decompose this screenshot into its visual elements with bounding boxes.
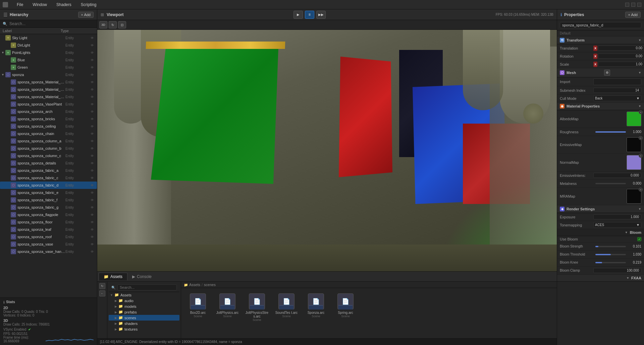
mesh-settings-button[interactable]: ⚙ — [604, 70, 610, 76]
folder-tree-item[interactable]: ▶ 📁 models — [109, 303, 179, 309]
menu-shaders[interactable]: Shaders — [54, 2, 73, 8]
hierarchy-vis[interactable]: 👁 — [89, 80, 96, 84]
folder-tree-item[interactable]: ▼ 📁 Assets — [109, 292, 179, 298]
viewport-fit-btn[interactable]: ⊡ — [118, 21, 126, 28]
hierarchy-vis[interactable]: 👁 — [89, 58, 96, 62]
hierarchy-item[interactable]: ⬡ sponza_sponza_VasePlant Entity 👁 — [0, 100, 97, 108]
tab-console[interactable]: ▶ Console — [127, 273, 156, 280]
folder-tree-item[interactable]: ▶ 📁 audio — [109, 298, 179, 303]
normal-remove-btn[interactable]: × — [639, 154, 643, 158]
breadcrumb-root[interactable]: Assets — [189, 283, 200, 287]
metalness-slider[interactable] — [595, 183, 626, 184]
mesh-section-header[interactable]: ⬡ Mesh ⚙ ▼ — [557, 68, 644, 77]
render-settings-header[interactable]: ◈ Render Settings ▼ — [557, 205, 644, 213]
hierarchy-item[interactable]: ⬡ sponza_sponza_bricks Entity 👁 — [0, 115, 97, 123]
mra-remove-btn[interactable]: × — [639, 188, 643, 192]
hierarchy-vis[interactable]: 👁 — [89, 161, 96, 165]
assets-back-btn[interactable]: ← — [99, 290, 105, 296]
asset-item[interactable]: 📄 Spring.arc Scene — [332, 291, 359, 323]
hierarchy-item[interactable]: ⬡ sponza_sponza_leaf Entity 👁 — [0, 226, 97, 233]
sx-input[interactable] — [598, 62, 644, 67]
hierarchy-item[interactable]: ⬡ sponza_sponza_column_a Entity 👁 — [0, 137, 97, 145]
transform-section-header[interactable]: ⟲ Transform ▼ — [557, 37, 644, 44]
hierarchy-item[interactable]: ⬡ sponza_sponza_fabric_d Entity 👁 — [0, 182, 97, 189]
breadcrumb-scenes[interactable]: scenes — [204, 283, 216, 287]
hierarchy-item[interactable]: ⬡ sponza_sponza_fabric_e Entity 👁 — [0, 189, 97, 196]
hierarchy-item[interactable]: ⬡ sponza_sponza_column_c Entity 👁 — [0, 152, 97, 159]
hierarchy-item[interactable]: ▼ ● PointLights Entity 👁 — [0, 49, 97, 56]
hierarchy-item[interactable]: ⬡ sponza_sponza_chain Entity 👁 — [0, 130, 97, 137]
fxaa-section-header[interactable]: ▼ FXAA — [557, 275, 644, 282]
hierarchy-vis[interactable]: 👁 — [89, 250, 96, 254]
hierarchy-add-button[interactable]: + Add — [78, 12, 94, 18]
hierarchy-vis[interactable]: 👁 — [89, 206, 96, 209]
emissive-remove-btn[interactable]: × — [639, 136, 643, 140]
hierarchy-item[interactable]: ● Green Entity 👁 — [0, 64, 97, 71]
asset-item[interactable]: 📄 Box2D.arc Scene — [184, 291, 211, 323]
hierarchy-vis[interactable]: 👁 — [89, 110, 96, 114]
albedo-texture-slot[interactable]: × — [627, 112, 641, 126]
hierarchy-item[interactable]: ⬡ sponza_sponza_vase Entity 👁 — [0, 240, 97, 248]
hierarchy-item[interactable]: ⬡ sponza_sponza_floor Entity 👁 — [0, 218, 97, 226]
folder-tree-item[interactable]: ▶ 📁 shaders — [109, 321, 179, 326]
properties-add-button[interactable]: + Add — [625, 12, 641, 18]
submesh-input[interactable] — [593, 88, 641, 93]
asset-item[interactable]: 📄 JoltPhysicsStres.arc Scene — [244, 291, 270, 323]
hierarchy-vis[interactable]: 👁 — [89, 198, 96, 202]
viewport-canvas[interactable] — [97, 30, 557, 271]
hierarchy-item[interactable]: ⬡ sponza_sponza_ceiling Entity 👁 — [0, 123, 97, 130]
normal-texture-slot[interactable]: × — [627, 155, 641, 170]
exposure-input[interactable] — [593, 214, 641, 219]
hierarchy-item[interactable]: ⬡ sponza_sponza_fabric_g Entity 👁 — [0, 204, 97, 211]
pause-button[interactable]: ⏸ — [305, 11, 314, 19]
tab-assets[interactable]: 📁 Assets — [99, 273, 127, 280]
hierarchy-item[interactable]: ⬡ sponza_sponza_fabric_c Entity 👁 — [0, 174, 97, 182]
hierarchy-item[interactable]: ⬡ sponza_sponza_Material__25 Entity 👁 — [0, 78, 97, 86]
hierarchy-item[interactable]: ⬡ sponza_sponza_fabric_f Entity 👁 — [0, 196, 97, 204]
roughness-slider[interactable] — [595, 131, 626, 133]
hierarchy-item[interactable]: ⬡ sponza_sponza_column_b Entity 👁 — [0, 145, 97, 152]
import-slot[interactable] — [593, 78, 641, 85]
hierarchy-vis[interactable]: 👁 — [89, 169, 96, 172]
assets-search-input[interactable] — [117, 284, 177, 290]
hierarchy-item[interactable]: ☀ Sky Light Entity 👁 — [0, 34, 97, 42]
hierarchy-item[interactable]: ⬡ sponza_sponza_Material_298 Entity 👁 — [0, 86, 97, 93]
hierarchy-vis[interactable]: 👁 — [89, 66, 96, 69]
hierarchy-item[interactable]: ☀ DirLight Entity 👁 — [0, 42, 97, 49]
hierarchy-vis[interactable]: 👁 — [89, 44, 96, 47]
menu-scripting[interactable]: Scripting — [79, 2, 99, 8]
hierarchy-vis[interactable]: 👁 — [89, 243, 96, 246]
hierarchy-vis[interactable]: 👁 — [89, 220, 96, 224]
menu-window[interactable]: Window — [31, 2, 49, 8]
tonemapping-dropdown[interactable]: ACES ▼ — [593, 222, 641, 228]
folder-tree-item[interactable]: ▶ 📁 textures — [109, 326, 179, 332]
hierarchy-vis[interactable]: 👁 — [89, 184, 96, 187]
emissive-intens-input[interactable] — [593, 173, 641, 178]
albedo-remove-btn[interactable]: × — [639, 110, 643, 114]
hierarchy-item[interactable]: ⬡ sponza_sponza_Material__47 Entity 👁 — [0, 93, 97, 100]
hierarchy-vis[interactable]: 👁 — [89, 235, 96, 239]
folder-tree-item[interactable]: ▶ 📁 scenes — [109, 315, 179, 321]
hierarchy-item[interactable]: ● Blue Entity 👁 — [0, 56, 97, 64]
hierarchy-vis[interactable]: 👁 — [89, 132, 96, 136]
cull-mode-dropdown[interactable]: Back ▼ — [593, 95, 641, 101]
hierarchy-vis[interactable]: 👁 — [89, 147, 96, 150]
hierarchy-vis[interactable]: 👁 — [89, 102, 96, 106]
viewport-mode-btn[interactable]: 3D — [99, 21, 107, 28]
bloom-knee-slider[interactable] — [595, 262, 626, 263]
hierarchy-item[interactable]: ⬡ sponza_sponza_fabric_a Entity 👁 — [0, 167, 97, 174]
step-button[interactable]: ▶▶ — [316, 11, 326, 19]
maximize-btn[interactable] — [631, 3, 635, 7]
hierarchy-search-input[interactable] — [9, 21, 94, 26]
hierarchy-vis[interactable]: 👁 — [89, 213, 96, 217]
hierarchy-vis[interactable]: 👁 — [89, 117, 96, 121]
hierarchy-item[interactable]: ⬡ sponza_sponza_flagpole Entity 👁 — [0, 211, 97, 218]
hierarchy-vis[interactable]: 👁 — [89, 154, 96, 158]
assets-refresh-btn[interactable]: ↻ — [99, 283, 105, 289]
bloom-section-header[interactable]: ▼ Bloom — [557, 229, 644, 236]
rx-input[interactable] — [598, 54, 644, 59]
hierarchy-vis[interactable]: 👁 — [89, 95, 96, 99]
hierarchy-vis[interactable]: 👁 — [89, 228, 96, 231]
bloom-clamp-input[interactable] — [593, 268, 641, 273]
use-bloom-checkbox[interactable]: ✔ — [637, 237, 641, 241]
